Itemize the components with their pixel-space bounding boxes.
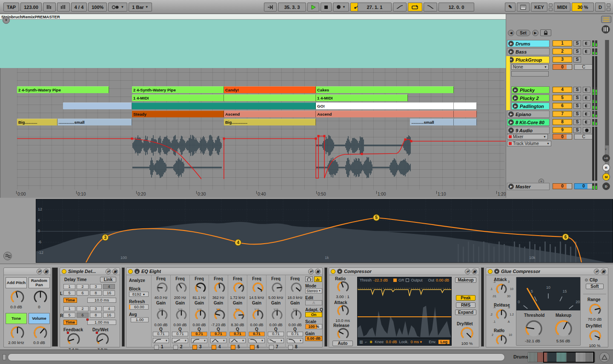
delay-right-time-value[interactable]: 1.00 ms bbox=[87, 320, 116, 325]
hot-swap-icon[interactable]: ⇄ bbox=[37, 269, 42, 274]
macro-name-box[interactable]: Volume bbox=[29, 313, 50, 324]
delay-left-beat-16[interactable]: 16 bbox=[103, 290, 115, 296]
delay-right-beat-8[interactable]: 8 bbox=[90, 313, 102, 318]
arrangement-clip[interactable]: 2 4-Synth-Watery Pipe bbox=[17, 86, 109, 93]
band-activator-checkbox[interactable] bbox=[231, 345, 235, 350]
refresh-value[interactable]: 60.00 bbox=[129, 304, 149, 310]
solo-button[interactable]: S bbox=[573, 95, 581, 101]
device-title-bar[interactable]: ▲EQ Eight⇄▣ bbox=[126, 268, 322, 275]
band-activator-checkbox[interactable] bbox=[250, 345, 255, 350]
delay-left-beat-2[interactable]: 2 bbox=[77, 284, 89, 289]
solo-button[interactable]: S bbox=[573, 48, 581, 54]
delay-right-beat-1[interactable]: 1 bbox=[63, 306, 75, 311]
spectrum-toggle-icon[interactable] bbox=[3, 252, 12, 260]
band-freq-knob[interactable] bbox=[251, 281, 265, 295]
track-header-pluckgroup[interactable]: ▼PluckGroup bbox=[507, 56, 550, 63]
q-value[interactable]: 0.71 bbox=[268, 332, 284, 336]
master-send-box[interactable]: 0 bbox=[553, 183, 572, 189]
delay-left-beat-6[interactable]: 6 bbox=[77, 290, 89, 296]
track-play-icon[interactable]: ▶ bbox=[508, 41, 514, 46]
band-gain-knob[interactable] bbox=[232, 308, 246, 322]
filter-type-chooser-lowpass-x4[interactable]: ▼ bbox=[249, 338, 265, 343]
macro-knob-4[interactable] bbox=[32, 325, 49, 341]
device-power-led[interactable] bbox=[331, 269, 335, 274]
macro-name-box[interactable]: Tone bbox=[6, 313, 27, 324]
device-power-led[interactable] bbox=[128, 269, 133, 274]
filter-type-chooser-bell[interactable]: ▼ bbox=[229, 338, 246, 343]
peak-mode-button[interactable]: Peak bbox=[456, 295, 476, 301]
feedback-knob[interactable] bbox=[66, 332, 81, 347]
macro-name-box[interactable]: Random Pan bbox=[29, 277, 50, 288]
band-activator-checkbox[interactable] bbox=[288, 345, 293, 350]
arrangement-clip[interactable] bbox=[63, 102, 132, 109]
arrangement-clip[interactable] bbox=[454, 119, 477, 125]
glue-ratio-knob[interactable] bbox=[495, 333, 508, 347]
panel-toggle-r[interactable]: R bbox=[602, 164, 610, 171]
nudge-up-button[interactable] bbox=[57, 3, 70, 11]
disk-overload-indicator[interactable]: D bbox=[595, 3, 605, 11]
save-preset-icon[interactable]: ▣ bbox=[112, 269, 118, 274]
glue-attack-knob[interactable] bbox=[495, 282, 508, 296]
loop-length-field[interactable]: 12. 0. 0 bbox=[438, 3, 474, 11]
device-title-bar[interactable]: ▼Compressor⇄▣ bbox=[329, 268, 479, 275]
makeup-button[interactable]: Makeup bbox=[455, 277, 476, 283]
band-freq-knob[interactable] bbox=[213, 281, 226, 295]
play-button[interactable] bbox=[307, 3, 319, 11]
q-value[interactable]: 0.71 bbox=[210, 332, 226, 336]
delay-right-beat-6[interactable]: 6 bbox=[77, 313, 89, 318]
block-size-chooser[interactable]: 8192 ▼ bbox=[129, 292, 149, 297]
save-preset-icon[interactable]: ▣ bbox=[315, 269, 321, 274]
arrangement-clip[interactable] bbox=[132, 102, 316, 109]
out-value[interactable]: 0.00 dB bbox=[436, 278, 449, 282]
device-fold-button[interactable]: ▼ bbox=[494, 269, 499, 274]
delay-right-beat-16[interactable]: 16 bbox=[103, 313, 115, 318]
macro-knob-2[interactable] bbox=[32, 289, 49, 305]
arrangement-clip[interactable]: 1 4-MIDI bbox=[132, 94, 224, 101]
rms-mode-button[interactable]: RMS bbox=[456, 302, 476, 308]
device-power-led[interactable] bbox=[488, 269, 493, 274]
panel-toggle-i-o[interactable]: I-O bbox=[602, 154, 610, 162]
band-activator-checkbox[interactable] bbox=[269, 345, 274, 350]
filter-type-chooser-highpass-x4[interactable]: ▼ bbox=[191, 338, 207, 343]
track-play-icon[interactable]: ▶ bbox=[508, 184, 514, 189]
device-title-bar[interactable]: ▼Glue Compressor⇄▣ bbox=[486, 268, 608, 275]
band-activator-checkbox[interactable] bbox=[212, 345, 216, 350]
track-crossfade-box[interactable]: C bbox=[574, 134, 593, 139]
track-send-box[interactable]: 0 bbox=[553, 134, 572, 139]
delay-right-mode-toggle[interactable]: Time bbox=[63, 320, 77, 325]
group-routing-chooser[interactable]: None▼ bbox=[511, 64, 549, 70]
macro-knob-1[interactable] bbox=[9, 289, 26, 305]
lock-envelopes-button[interactable] bbox=[540, 29, 551, 36]
thresh-value[interactable]: -22.3 dB bbox=[373, 278, 388, 282]
knee-value[interactable]: 0.0 dB bbox=[386, 340, 397, 344]
arrangement-clip[interactable]: 2 4-Synth-Watery Pipe bbox=[132, 86, 224, 93]
output-swatch-icon[interactable] bbox=[406, 279, 409, 282]
device-fold-button[interactable]: ▲ bbox=[135, 269, 140, 274]
record-button[interactable]: ▼ bbox=[333, 3, 349, 11]
arm-button[interactable] bbox=[583, 95, 590, 101]
activity-view-icon[interactable]: ▥ bbox=[359, 340, 363, 344]
delay-left-time-value[interactable]: 10.0 ms bbox=[87, 298, 116, 303]
glue-release-knob[interactable] bbox=[495, 308, 508, 321]
delay-right-beat-5[interactable]: 5 bbox=[63, 313, 75, 318]
band-freq-knob[interactable] bbox=[194, 281, 207, 295]
output-label[interactable]: Output bbox=[411, 278, 422, 282]
band-gain-knob[interactable] bbox=[155, 308, 169, 322]
track-number-box[interactable]: 8 bbox=[553, 119, 572, 125]
band-activator-checkbox[interactable] bbox=[154, 345, 159, 350]
glue-makeup-knob[interactable] bbox=[554, 319, 573, 338]
track-header-epiano[interactable]: ▶Epiano bbox=[507, 111, 550, 118]
arm-button[interactable] bbox=[583, 40, 590, 46]
lookahead-value[interactable]: 0 ms ▾ bbox=[410, 340, 422, 344]
automation-param-chooser[interactable]: Track Volume▼ bbox=[507, 141, 551, 146]
gr-swatch-icon[interactable] bbox=[393, 279, 397, 282]
band-freq-knob[interactable] bbox=[289, 281, 303, 295]
solo-button[interactable]: S bbox=[573, 40, 581, 46]
glue-threshold-knob[interactable] bbox=[524, 319, 544, 338]
track-header-bass[interactable]: ▶Bass bbox=[507, 48, 550, 55]
track-number-box[interactable]: 7 bbox=[553, 111, 572, 117]
arrangement-clip[interactable] bbox=[454, 102, 477, 109]
ratio-knob[interactable] bbox=[336, 280, 350, 294]
save-preset-icon[interactable]: ▣ bbox=[43, 269, 49, 274]
metronome-toggle[interactable]: ▼ bbox=[108, 3, 127, 11]
